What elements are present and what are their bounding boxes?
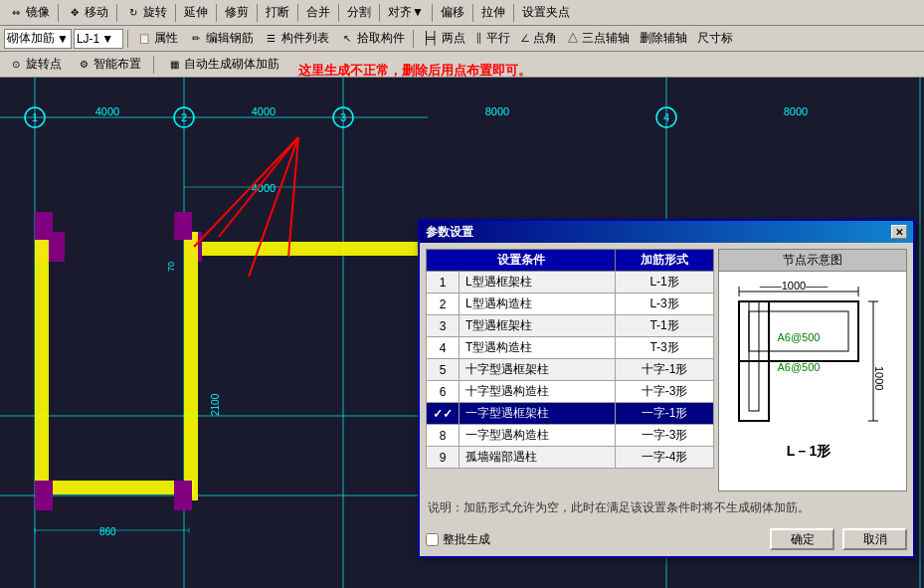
dim-btn[interactable]: 尺寸标 <box>693 28 737 49</box>
sep9 <box>432 4 433 22</box>
batch-generate-label: 整批生成 <box>443 531 490 548</box>
extend-btn[interactable]: 延伸 <box>180 2 212 23</box>
sep1 <box>58 4 59 22</box>
properties-icon: 📋 <box>136 31 152 47</box>
row-rebar: 一字-3形 <box>616 425 714 447</box>
sep4 <box>216 4 217 22</box>
svg-text:1000: 1000 <box>873 366 885 390</box>
sep6 <box>297 4 298 22</box>
rotate-point-icon: ⊙ <box>8 57 24 73</box>
align-label: 对齐▼ <box>388 4 424 21</box>
stretch-btn[interactable]: 拉伸 <box>477 2 509 23</box>
sep7 <box>338 4 339 22</box>
svg-rect-28 <box>184 232 198 500</box>
align-btn[interactable]: 对齐▼ <box>384 2 428 23</box>
auto-icon: ▦ <box>166 57 182 73</box>
pick-icon: ↖ <box>339 31 355 47</box>
list-icon: ☰ <box>264 31 279 47</box>
sep-t2-1 <box>127 30 128 48</box>
del-aux-btn[interactable]: 删除辅轴 <box>636 28 691 49</box>
mirror-label: 镜像 <box>26 4 50 21</box>
svg-rect-33 <box>174 212 192 240</box>
row-num: 1 <box>427 272 460 294</box>
break-btn[interactable]: 打断 <box>262 2 293 23</box>
three-point-aux-btn[interactable]: △ 三点辅轴 <box>563 28 634 49</box>
setpoint-btn[interactable]: 设置夹点 <box>518 2 574 23</box>
preview-title: 节点示意图 <box>719 250 906 272</box>
preview-svg: ——1000—— 1000 A6@500 A6@500 L－1形 <box>719 272 906 490</box>
component-id-dropdown[interactable]: LJ-1 ▼ <box>74 29 123 49</box>
description-text: 说明：加筋形式允许为空，此时在满足该设置条件时将不生成砌体加筋。 <box>426 497 907 518</box>
param-table: 设置条件 加筋形式 1L型遇框架柱L-1形2L型遇构造柱L-3形3T型遇框架柱T… <box>426 249 714 469</box>
move-icon: ✥ <box>67 5 83 21</box>
properties-btn[interactable]: 📋 属性 <box>132 28 182 49</box>
table-body: 1L型遇框架柱L-1形2L型遇构造柱L-3形3T型遇框架柱T-1形4T型遇构造柱… <box>427 272 714 469</box>
mirror-icon: ⇔ <box>8 5 24 21</box>
table-row[interactable]: 9孤墙端部遇柱一字-4形 <box>427 447 714 469</box>
svg-rect-27 <box>35 232 49 500</box>
svg-text:A6@500: A6@500 <box>778 331 821 343</box>
toolbar-1: ⇔ 镜像 ✥ 移动 ↻ 旋转 延伸 修剪 打断 合并 分割 对齐▼ 偏移 拉伸 … <box>0 0 924 26</box>
row-condition: T型遇构造柱 <box>460 337 616 359</box>
two-points-btn[interactable]: ╞╡ 两点 <box>418 28 469 49</box>
break-label: 打断 <box>266 4 289 21</box>
rotate-point-btn[interactable]: ⊙ 旋转点 <box>4 54 66 75</box>
rotate-label: 旋转 <box>143 4 167 21</box>
smart-layout-icon: ⚙ <box>76 57 92 73</box>
svg-text:3: 3 <box>340 111 346 123</box>
component-type-dropdown[interactable]: 砌体加筋 ▼ <box>4 29 72 49</box>
split-btn[interactable]: 分割 <box>343 2 375 23</box>
cancel-button[interactable]: 取消 <box>842 528 907 550</box>
row-rebar: T-1形 <box>616 315 714 337</box>
table-row[interactable]: 3T型遇框架柱T-1形 <box>427 315 714 337</box>
table-row[interactable]: 4T型遇构造柱T-3形 <box>427 337 714 359</box>
table-row[interactable]: ✓一字型遇框架柱一字-1形 <box>427 403 714 425</box>
setpoint-label: 设置夹点 <box>522 4 570 21</box>
svg-rect-32 <box>174 481 192 510</box>
move-label: 移动 <box>85 4 108 21</box>
offset-btn[interactable]: 偏移 <box>437 2 468 23</box>
angle-btn[interactable]: ∠ 点角 <box>516 28 561 49</box>
svg-text:8000: 8000 <box>485 105 509 117</box>
row-num: 9 <box>427 447 460 469</box>
table-row[interactable]: 6十字型遇构造柱十字-3形 <box>427 381 714 403</box>
row-rebar: 十字-3形 <box>616 381 714 403</box>
auto-generate-btn[interactable]: ▦ 自动生成砌体加筋 <box>162 54 283 75</box>
sep10 <box>472 4 473 22</box>
svg-text:A6@500: A6@500 <box>778 361 821 373</box>
move-btn[interactable]: ✥ 移动 <box>63 2 112 23</box>
sep11 <box>513 4 514 22</box>
rotate-btn[interactable]: ↻ 旋转 <box>121 2 171 23</box>
sep2 <box>116 4 117 22</box>
parallel-btn[interactable]: ∥ 平行 <box>471 28 513 49</box>
svg-text:2: 2 <box>181 111 187 123</box>
trim-label: 修剪 <box>225 4 249 21</box>
ok-button[interactable]: 确定 <box>770 528 834 550</box>
component-list-btn[interactable]: ☰ 构件列表 <box>260 28 333 49</box>
row-rebar: 一字-1形 <box>616 403 714 425</box>
row-condition: 一字型遇构造柱 <box>460 425 616 447</box>
svg-rect-31 <box>35 212 53 240</box>
bottom-row: 整批生成 确定 取消 <box>426 524 907 550</box>
table-row[interactable]: 8一字型遇构造柱一字-3形 <box>427 425 714 447</box>
dialog-close-button[interactable]: ✕ <box>891 225 907 239</box>
dialog-body: 设置条件 加筋形式 1L型遇框架柱L-1形2L型遇构造柱L-3形3T型遇框架柱T… <box>420 243 913 556</box>
pick-component-btn[interactable]: ↖ 拾取构件 <box>335 28 409 49</box>
sep8 <box>379 4 380 22</box>
dialog-titlebar: 参数设置 ✕ <box>420 221 913 243</box>
annotation-text: 这里生成不正常，删除后用点布置即可。 <box>298 62 531 80</box>
edit-rebar-btn[interactable]: ✏ 编辑钢筋 <box>184 28 258 49</box>
sep5 <box>257 4 258 22</box>
row-num: ✓ <box>427 403 460 425</box>
sep3 <box>175 4 176 22</box>
table-row[interactable]: 2L型遇构造柱L-3形 <box>427 294 714 315</box>
mirror-btn[interactable]: ⇔ 镜像 <box>4 2 54 23</box>
table-row[interactable]: 5十字型遇框架柱十字-1形 <box>427 359 714 381</box>
smart-layout-btn[interactable]: ⚙ 智能布置 <box>72 54 145 75</box>
table-row[interactable]: 1L型遇框架柱L-1形 <box>427 272 714 294</box>
batch-generate-checkbox[interactable] <box>426 533 439 546</box>
merge-btn[interactable]: 合并 <box>302 2 334 23</box>
trim-btn[interactable]: 修剪 <box>221 2 253 23</box>
preview-section: 节点示意图 <box>718 249 907 491</box>
row-num: 6 <box>427 381 460 403</box>
